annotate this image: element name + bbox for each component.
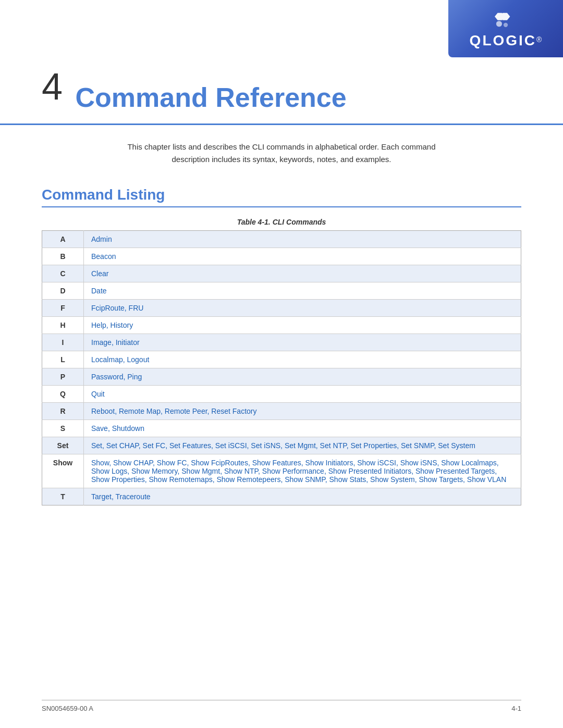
table-row: TTarget, Traceroute [42,488,521,505]
table-key-cell: H [42,316,84,334]
chapter-number: 4 [42,66,63,107]
table-row: RReboot, Remote Map, Remote Peer, Reset … [42,402,521,419]
svg-point-2 [496,21,502,27]
table-row: AAdmin [42,230,521,248]
main-content: This chapter lists and describes the CLI… [0,141,563,505]
table-row: ShowShow, Show CHAP, Show FC, Show FcipR… [42,454,521,488]
footer-right: 4-1 [511,705,521,712]
table-value-cell: Show, Show CHAP, Show FC, Show FcipRoute… [84,454,521,488]
table-key-cell: I [42,334,84,351]
table-value-cell: Image, Initiator [84,334,521,351]
table-caption: Table 4-1. CLI Commands [42,218,521,226]
table-row: BBeacon [42,248,521,265]
table-key-cell: D [42,282,84,299]
table-value-cell: Date [84,282,521,299]
header-logo-area: QLOGIC® [448,0,563,57]
qlogic-logo: QLOGIC® [470,8,542,49]
section-title: Command Listing [42,187,521,207]
intro-paragraph: This chapter lists and describes the CLI… [125,141,438,166]
table-key-cell: F [42,299,84,316]
table-row: QQuit [42,385,521,402]
table-value-cell: Reboot, Remote Map, Remote Peer, Reset F… [84,402,521,419]
table-value-cell: Save, Shutdown [84,419,521,437]
table-row: LLocalmap, Logout [42,351,521,368]
table-value-cell: Admin [84,230,521,248]
table-key-cell: L [42,351,84,368]
table-row: SetSet, Set CHAP, Set FC, Set Features, … [42,437,521,454]
table-row: HHelp, History [42,316,521,334]
table-row: DDate [42,282,521,299]
table-row: PPassword, Ping [42,368,521,385]
table-value-cell: Password, Ping [84,368,521,385]
table-key-cell: Q [42,385,84,402]
table-value-cell: Beacon [84,248,521,265]
page-footer: SN0054659-00 A 4-1 [42,700,521,712]
qlogic-wordmark: QLOGIC® [470,32,542,49]
table-value-cell: Quit [84,385,521,402]
svg-point-3 [504,23,508,27]
table-key-cell: Set [42,437,84,454]
table-row: CClear [42,265,521,282]
footer-left: SN0054659-00 A [42,705,93,712]
table-row: FFcipRoute, FRU [42,299,521,316]
table-value-cell: Clear [84,265,521,282]
table-key-cell: B [42,248,84,265]
cli-commands-table: AAdminBBeaconCClearDDateFFcipRoute, FRUH… [42,230,521,505]
table-value-cell: Help, History [84,316,521,334]
table-value-cell: Localmap, Logout [84,351,521,368]
chapter-title: Command Reference [76,82,347,113]
table-key-cell: S [42,419,84,437]
table-key-cell: A [42,230,84,248]
table-row: IImage, Initiator [42,334,521,351]
table-key-cell: Show [42,454,84,488]
table-key-cell: P [42,368,84,385]
qlogic-icon [495,8,517,30]
table-row: SSave, Shutdown [42,419,521,437]
table-key-cell: R [42,402,84,419]
table-key-cell: T [42,488,84,505]
table-key-cell: C [42,265,84,282]
table-value-cell: Set, Set CHAP, Set FC, Set Features, Set… [84,437,521,454]
table-value-cell: Target, Traceroute [84,488,521,505]
table-value-cell: FcipRoute, FRU [84,299,521,316]
